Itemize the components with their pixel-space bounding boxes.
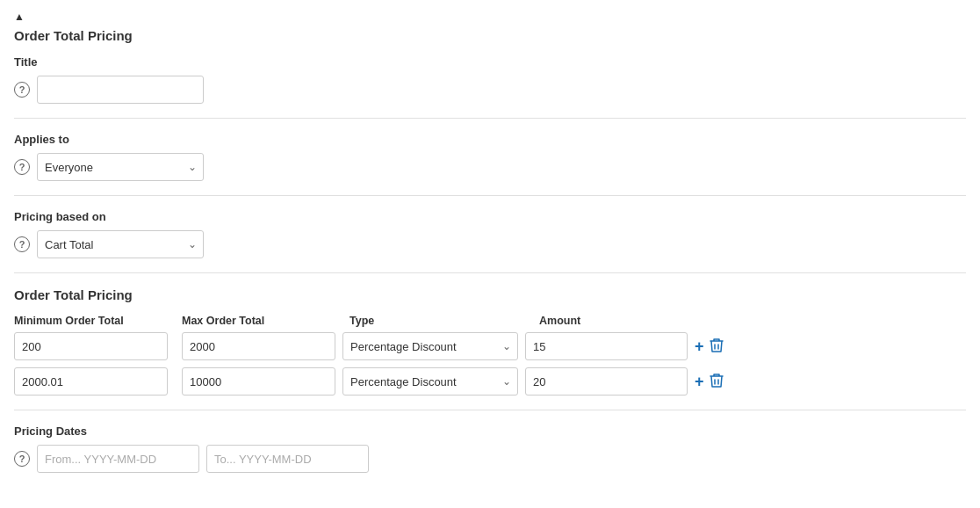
col-header-max: Max Order Total bbox=[182, 315, 335, 327]
title-input[interactable] bbox=[37, 76, 204, 104]
order-total-pricing-table-section: Order Total Pricing Minimum Order Total … bbox=[14, 287, 966, 396]
table-row: Percentage Discount Fixed Discount Fixed… bbox=[14, 332, 966, 360]
row1-min-input[interactable] bbox=[14, 332, 168, 360]
row2-add-button[interactable]: + bbox=[695, 374, 704, 389]
pricing-dates-row: ? bbox=[14, 445, 966, 473]
row1-type-wrapper: Percentage Discount Fixed Discount Fixed… bbox=[342, 332, 518, 360]
col-header-type: Type bbox=[349, 315, 525, 327]
row2-actions: + bbox=[695, 373, 724, 391]
row2-delete-button[interactable] bbox=[710, 373, 724, 391]
page-title: Order Total Pricing bbox=[14, 28, 966, 43]
row2-type-wrapper: Percentage Discount Fixed Discount Fixed… bbox=[342, 367, 518, 396]
pricing-dates-help-icon: ? bbox=[14, 451, 30, 467]
pricing-dates-to-input[interactable] bbox=[206, 445, 369, 473]
row2-max-input[interactable] bbox=[182, 367, 335, 396]
table-section-title: Order Total Pricing bbox=[14, 287, 966, 302]
pricing-based-on-row: ? Cart Total Order Total Item Count ⌄ bbox=[14, 230, 966, 258]
pricing-based-on-label: Pricing based on bbox=[14, 210, 966, 223]
pricing-dates-label: Pricing Dates bbox=[14, 425, 966, 438]
applies-to-select[interactable]: Everyone Logged In Users Guest Users bbox=[37, 153, 204, 181]
row1-add-button[interactable]: + bbox=[695, 338, 704, 354]
row1-amount-input[interactable] bbox=[525, 332, 688, 360]
row2-amount-input[interactable] bbox=[525, 367, 688, 396]
pricing-based-on-select-wrapper: Cart Total Order Total Item Count ⌄ bbox=[37, 230, 204, 258]
applies-to-label: Applies to bbox=[14, 133, 966, 146]
pricing-based-on-help-icon: ? bbox=[14, 236, 30, 252]
row2-min-input[interactable] bbox=[14, 367, 168, 396]
row1-type-select[interactable]: Percentage Discount Fixed Discount Fixed… bbox=[342, 332, 518, 360]
divider-4 bbox=[14, 410, 966, 410]
page-container: ▲ Order Total Pricing Title ? Applies to… bbox=[0, 0, 980, 496]
applies-to-help-icon: ? bbox=[14, 159, 30, 175]
row1-delete-button[interactable] bbox=[710, 337, 724, 356]
row2-type-select[interactable]: Percentage Discount Fixed Discount Fixed… bbox=[342, 367, 518, 396]
title-field-row: ? bbox=[14, 76, 966, 104]
title-help-icon: ? bbox=[14, 82, 30, 98]
pricing-based-on-select[interactable]: Cart Total Order Total Item Count bbox=[37, 230, 204, 258]
col-header-min: Minimum Order Total bbox=[14, 315, 168, 327]
pricing-based-on-group: Pricing based on ? Cart Total Order Tota… bbox=[14, 210, 966, 258]
table-row: Percentage Discount Fixed Discount Fixed… bbox=[14, 367, 966, 396]
pricing-dates-from-input[interactable] bbox=[37, 445, 199, 473]
table-header-row: Minimum Order Total Max Order Total Type… bbox=[14, 315, 966, 327]
applies-to-select-wrapper: Everyone Logged In Users Guest Users ⌄ bbox=[37, 153, 204, 181]
collapse-arrow[interactable]: ▲ bbox=[14, 11, 25, 23]
title-label: Title bbox=[14, 55, 966, 69]
divider-3 bbox=[14, 272, 966, 273]
divider-2 bbox=[14, 195, 966, 196]
divider-1 bbox=[14, 118, 966, 119]
title-field-group: Title ? bbox=[14, 55, 966, 104]
applies-to-row: ? Everyone Logged In Users Guest Users ⌄ bbox=[14, 153, 966, 181]
col-header-amount: Amount bbox=[539, 315, 702, 327]
row1-max-input[interactable] bbox=[182, 332, 335, 360]
row1-actions: + bbox=[695, 337, 724, 356]
applies-to-group: Applies to ? Everyone Logged In Users Gu… bbox=[14, 133, 966, 181]
pricing-dates-group: Pricing Dates ? bbox=[14, 425, 966, 473]
